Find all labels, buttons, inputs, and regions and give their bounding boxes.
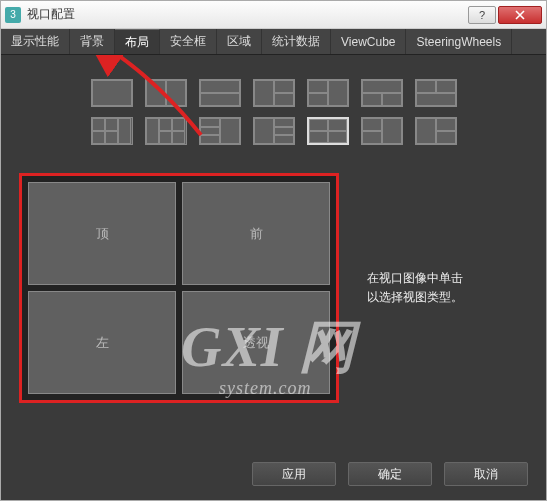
layout-4r[interactable] [91, 117, 133, 145]
layout-3l2[interactable] [415, 117, 457, 145]
window-title: 视口配置 [27, 6, 468, 23]
layout-2h[interactable] [199, 79, 241, 107]
tab-bar: 显示性能 背景 布局 安全框 区域 统计数据 ViewCube Steering… [1, 29, 546, 55]
layout-3b[interactable] [415, 79, 457, 107]
tab-steeringwheels[interactable]: SteeringWheels [406, 29, 512, 54]
tab-region[interactable]: 区域 [217, 29, 262, 54]
layout-4eq[interactable] [307, 117, 349, 145]
layout-3l[interactable] [253, 79, 295, 107]
tab-safeframe[interactable]: 安全框 [160, 29, 217, 54]
layout-3t[interactable] [361, 79, 403, 107]
hint-line2: 以选择视图类型。 [367, 288, 485, 307]
tab-stats[interactable]: 统计数据 [262, 29, 331, 54]
layout-2v[interactable] [145, 79, 187, 107]
layout-preview: 顶 前 左 透视 [19, 173, 339, 403]
layout-3r[interactable] [307, 79, 349, 107]
layout-4lc[interactable] [253, 117, 295, 145]
dialog-buttons: 应用 确定 取消 [252, 462, 528, 486]
layout-4l[interactable] [145, 117, 187, 145]
hint-text: 在视口图像中单击 以选择视图类型。 [355, 269, 485, 307]
hint-line1: 在视口图像中单击 [367, 269, 485, 288]
tab-layout[interactable]: 布局 [115, 29, 160, 54]
tab-background[interactable]: 背景 [70, 29, 115, 54]
viewport-front[interactable]: 前 [182, 182, 330, 285]
help-button[interactable]: ? [468, 6, 496, 24]
preview-wrap: 顶 前 左 透视 在视口图像中单击 以选择视图类型。 [19, 173, 528, 403]
layout-thumbnails [19, 79, 528, 145]
layout-4rc[interactable] [199, 117, 241, 145]
viewport-config-window: 3 视口配置 ? 显示性能 背景 布局 安全框 区域 统计数据 ViewCube… [0, 0, 547, 501]
titlebar: 3 视口配置 ? [1, 1, 546, 29]
close-button[interactable] [498, 6, 542, 24]
viewport-left[interactable]: 左 [28, 291, 176, 394]
content-area: 顶 前 左 透视 在视口图像中单击 以选择视图类型。 应用 确定 取消 GXI … [1, 55, 546, 500]
tab-viewcube[interactable]: ViewCube [331, 29, 406, 54]
app-icon: 3 [5, 7, 21, 23]
apply-button[interactable]: 应用 [252, 462, 336, 486]
layout-1[interactable] [91, 79, 133, 107]
ok-button[interactable]: 确定 [348, 462, 432, 486]
tab-display-perf[interactable]: 显示性能 [1, 29, 70, 54]
close-icon [515, 10, 525, 20]
viewport-top[interactable]: 顶 [28, 182, 176, 285]
thumb-row-1 [19, 79, 528, 107]
viewport-perspective[interactable]: 透视 [182, 291, 330, 394]
thumb-row-2 [19, 117, 528, 145]
titlebar-buttons: ? [468, 6, 542, 24]
cancel-button[interactable]: 取消 [444, 462, 528, 486]
layout-3r2[interactable] [361, 117, 403, 145]
